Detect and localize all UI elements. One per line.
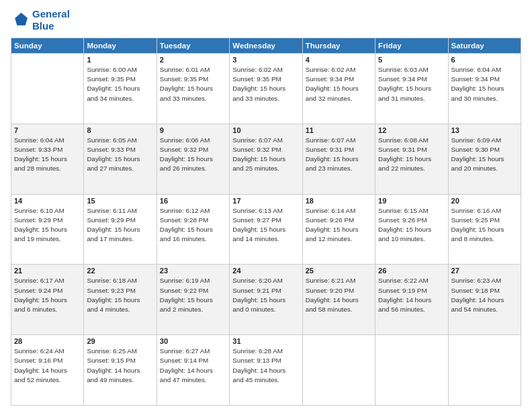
day-info: Sunrise: 6:09 AMSunset: 9:30 PMDaylight:… [451,136,518,174]
day-info: Sunrise: 6:22 AMSunset: 9:19 PMDaylight:… [378,276,445,314]
svg-marker-0 [15,13,28,26]
calendar-cell: 10Sunrise: 6:07 AMSunset: 9:32 PMDayligh… [230,124,302,194]
day-info: Sunrise: 6:27 AMSunset: 9:14 PMDaylight:… [160,347,226,385]
day-info: Sunrise: 6:04 AMSunset: 9:33 PMDaylight:… [14,136,81,174]
day-info: Sunrise: 6:20 AMSunset: 9:21 PMDaylight:… [232,276,299,314]
day-number: 12 [378,126,445,134]
day-info: Sunrise: 6:08 AMSunset: 9:31 PMDaylight:… [378,136,445,174]
calendar-cell [448,335,521,406]
day-info: Sunrise: 6:18 AMSunset: 9:23 PMDaylight:… [87,276,153,314]
day-number: 20 [451,197,518,205]
day-number: 28 [14,337,81,345]
day-number: 10 [232,126,299,134]
day-number: 26 [378,267,445,275]
calendar-cell: 7Sunrise: 6:04 AMSunset: 9:33 PMDaylight… [11,124,84,194]
day-number: 7 [14,126,81,134]
calendar-cell: 11Sunrise: 6:07 AMSunset: 9:31 PMDayligh… [302,124,375,194]
day-number: 1 [87,56,153,64]
day-number: 15 [87,197,153,205]
day-info: Sunrise: 6:02 AMSunset: 9:34 PMDaylight:… [306,65,372,103]
day-number: 4 [306,56,372,64]
day-number: 23 [160,267,226,275]
day-info: Sunrise: 6:04 AMSunset: 9:34 PMDaylight:… [451,65,518,103]
day-number: 6 [451,56,518,64]
calendar-cell [302,335,375,406]
day-info: Sunrise: 6:00 AMSunset: 9:35 PMDaylight:… [87,65,153,103]
day-number: 31 [232,337,299,345]
day-info: Sunrise: 6:23 AMSunset: 9:18 PMDaylight:… [451,276,518,314]
header: General Blue [11,8,521,32]
calendar-cell: 24Sunrise: 6:20 AMSunset: 9:21 PMDayligh… [230,265,302,335]
day-number: 19 [378,197,445,205]
calendar-cell: 21Sunrise: 6:17 AMSunset: 9:24 PMDayligh… [11,265,84,335]
day-info: Sunrise: 6:06 AMSunset: 9:32 PMDaylight:… [160,136,226,174]
day-header-tuesday: Tuesday [157,38,229,54]
calendar-cell [375,335,448,406]
calendar-cell: 9Sunrise: 6:06 AMSunset: 9:32 PMDaylight… [157,124,229,194]
day-number: 16 [160,197,226,205]
day-number: 29 [87,337,153,345]
calendar-table: SundayMondayTuesdayWednesdayThursdayFrid… [11,38,521,406]
day-number: 8 [87,126,153,134]
page: General Blue SundayMondayTuesdayWednesda… [0,0,532,411]
day-info: Sunrise: 6:28 AMSunset: 9:13 PMDaylight:… [232,347,299,385]
day-info: Sunrise: 6:07 AMSunset: 9:32 PMDaylight:… [232,136,299,174]
calendar-cell: 30Sunrise: 6:27 AMSunset: 9:14 PMDayligh… [157,335,229,406]
calendar-cell: 31Sunrise: 6:28 AMSunset: 9:13 PMDayligh… [230,335,302,406]
calendar-cell: 8Sunrise: 6:05 AMSunset: 9:33 PMDaylight… [84,124,157,194]
calendar-cell: 4Sunrise: 6:02 AMSunset: 9:34 PMDaylight… [302,54,375,124]
day-number: 24 [232,267,299,275]
day-number: 2 [160,56,226,64]
calendar-header-row: SundayMondayTuesdayWednesdayThursdayFrid… [11,38,521,54]
calendar-cell: 18Sunrise: 6:14 AMSunset: 9:26 PMDayligh… [302,194,375,265]
calendar-cell [11,54,84,124]
day-number: 17 [232,197,299,205]
calendar-cell: 5Sunrise: 6:03 AMSunset: 9:34 PMDaylight… [375,54,448,124]
calendar-cell: 17Sunrise: 6:13 AMSunset: 9:27 PMDayligh… [230,194,302,265]
day-info: Sunrise: 6:05 AMSunset: 9:33 PMDaylight:… [87,136,153,174]
calendar-cell: 13Sunrise: 6:09 AMSunset: 9:30 PMDayligh… [448,124,521,194]
day-info: Sunrise: 6:25 AMSunset: 9:15 PMDaylight:… [87,347,153,385]
day-info: Sunrise: 6:15 AMSunset: 9:26 PMDaylight:… [378,206,445,244]
day-header-thursday: Thursday [302,38,375,54]
day-info: Sunrise: 6:01 AMSunset: 9:35 PMDaylight:… [160,65,226,103]
calendar-cell: 20Sunrise: 6:16 AMSunset: 9:25 PMDayligh… [448,194,521,265]
calendar-week-4: 21Sunrise: 6:17 AMSunset: 9:24 PMDayligh… [11,265,521,335]
day-number: 13 [451,126,518,134]
calendar-cell: 2Sunrise: 6:01 AMSunset: 9:35 PMDaylight… [157,54,229,124]
day-header-friday: Friday [375,38,448,54]
day-info: Sunrise: 6:10 AMSunset: 9:29 PMDaylight:… [14,206,81,244]
calendar-cell: 16Sunrise: 6:12 AMSunset: 9:28 PMDayligh… [157,194,229,265]
calendar-cell: 28Sunrise: 6:24 AMSunset: 9:16 PMDayligh… [11,335,84,406]
calendar-cell: 6Sunrise: 6:04 AMSunset: 9:34 PMDaylight… [448,54,521,124]
day-header-sunday: Sunday [11,38,84,54]
day-number: 5 [378,56,445,64]
calendar-cell: 29Sunrise: 6:25 AMSunset: 9:15 PMDayligh… [84,335,157,406]
day-info: Sunrise: 6:13 AMSunset: 9:27 PMDaylight:… [232,206,299,244]
day-header-wednesday: Wednesday [230,38,302,54]
calendar-cell: 12Sunrise: 6:08 AMSunset: 9:31 PMDayligh… [375,124,448,194]
day-number: 18 [306,197,372,205]
day-info: Sunrise: 6:12 AMSunset: 9:28 PMDaylight:… [160,206,226,244]
calendar-week-3: 14Sunrise: 6:10 AMSunset: 9:29 PMDayligh… [11,194,521,265]
day-number: 22 [87,267,153,275]
day-info: Sunrise: 6:24 AMSunset: 9:16 PMDaylight:… [14,347,81,385]
logo-icon [11,11,30,30]
calendar-cell: 15Sunrise: 6:11 AMSunset: 9:29 PMDayligh… [84,194,157,265]
day-info: Sunrise: 6:03 AMSunset: 9:34 PMDaylight:… [378,65,445,103]
calendar-body: 1Sunrise: 6:00 AMSunset: 9:35 PMDaylight… [11,54,521,406]
day-info: Sunrise: 6:02 AMSunset: 9:35 PMDaylight:… [232,65,299,103]
day-number: 3 [232,56,299,64]
day-info: Sunrise: 6:21 AMSunset: 9:20 PMDaylight:… [306,276,372,314]
day-number: 25 [306,267,372,275]
day-info: Sunrise: 6:14 AMSunset: 9:26 PMDaylight:… [306,206,372,244]
day-number: 21 [14,267,81,275]
day-number: 14 [14,197,81,205]
calendar-cell: 3Sunrise: 6:02 AMSunset: 9:35 PMDaylight… [230,54,302,124]
day-info: Sunrise: 6:19 AMSunset: 9:22 PMDaylight:… [160,276,226,314]
calendar-week-1: 1Sunrise: 6:00 AMSunset: 9:35 PMDaylight… [11,54,521,124]
day-header-monday: Monday [84,38,157,54]
logo-text: General Blue [32,8,70,32]
calendar-cell: 19Sunrise: 6:15 AMSunset: 9:26 PMDayligh… [375,194,448,265]
day-number: 30 [160,337,226,345]
